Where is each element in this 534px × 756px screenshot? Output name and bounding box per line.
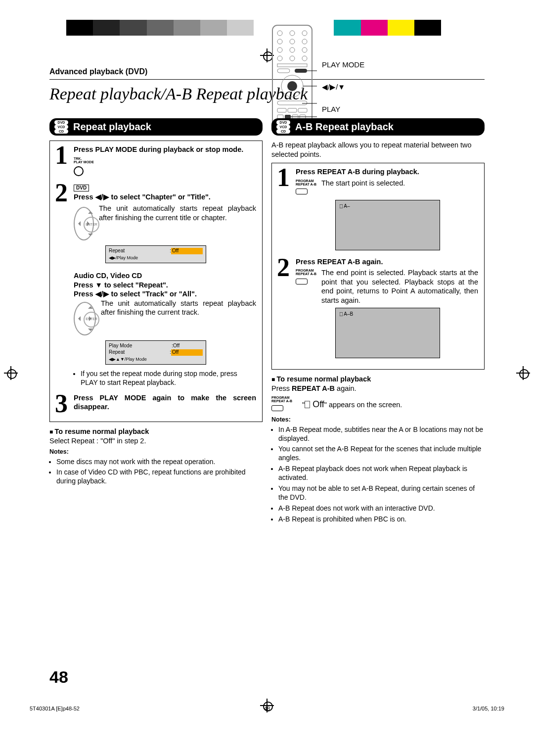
footer-right: 3/1/05, 10:19 [346, 706, 504, 711]
step1-header: Press PLAY MODE during playback or stop … [74, 145, 256, 154]
step-2-ab: 2 Press REPEAT A-B again. PROGRAM REPEAT… [277, 257, 478, 362]
svg-rect-19 [277, 108, 286, 112]
svg-point-10 [277, 56, 282, 61]
footer-left: 5T40301A [E]p48-52 [30, 706, 188, 711]
audiocd-body: The unit automatically starts repeat pla… [101, 299, 256, 317]
button-rect-icon [271, 405, 283, 411]
registration-mark-left [4, 366, 18, 382]
left-column: PLAY MODE ◀/▶/▼ PLAY REPEAT A-B DVD VCD … [49, 118, 263, 526]
badge-cd: CD [276, 129, 290, 134]
svg-point-2 [290, 31, 295, 36]
note-item: You cannot set the A-B Repeat for the sc… [278, 445, 485, 463]
notes-label-right: Notes: [271, 416, 485, 424]
badge-cd: CD [54, 129, 68, 134]
program-repeat-icon: PROGRAM REPEAT A-B [296, 269, 316, 276]
button-rect-icon [296, 189, 308, 194]
enter-button-icon: ENTER [84, 312, 99, 328]
note-item: A-B Repeat playback does not work when R… [278, 465, 485, 482]
notes-list-right: In A-B Repeat mode, subtitles near the A… [271, 425, 485, 524]
audiocd-header3: Press ◀/▶ to select "Track" or "All". [74, 289, 256, 299]
badge-vcd: VCD [54, 125, 68, 129]
badge-dvd: DVD [54, 120, 68, 125]
svg-point-7 [277, 47, 282, 52]
step2-body: The unit automatically starts repeat pla… [99, 204, 256, 222]
heading-repeat-playback: DVD VCD CD Repeat playback [49, 118, 263, 136]
resume-title: To resume normal playback [49, 427, 263, 436]
off-message: "⎕ Off" appears on the screen. [302, 399, 402, 410]
ab-step1-header: Press REPEAT A-B during playback. [296, 167, 478, 177]
manual-page: Advanced playback (DVD) Repeat playback/… [0, 0, 534, 756]
heading-text: A-B Repeat playback [295, 121, 394, 134]
step-number-3: 3 [55, 393, 71, 414]
trk-playmode-icon: TRK. PLAY MODE [74, 157, 94, 164]
program-repeat-icon: PROGRAM REPEAT A-B [296, 179, 316, 186]
svg-point-17 [287, 81, 297, 91]
note-item: You may not be able to set A-B Repeat, d… [278, 484, 485, 502]
ab-step1-body: The start point is selected. [321, 179, 405, 188]
step-number-1: 1 [55, 145, 71, 179]
svg-point-11 [290, 56, 295, 61]
osd-table-1: Repeat:Off ◀▶/Play Mode [105, 245, 206, 263]
svg-point-8 [290, 47, 295, 52]
svg-rect-18 [277, 101, 307, 105]
ab-step2-body: The end point is selected. Playback star… [321, 268, 478, 305]
enter-button-icon: ENTER [84, 217, 99, 233]
step-number-2: 2 [55, 183, 71, 389]
screen-preview-a: ⎕ A– [335, 200, 440, 250]
dpad-icon: ENTER [74, 207, 94, 240]
badge-dvd: DVD [276, 120, 290, 125]
svg-point-5 [290, 39, 295, 44]
step-1: 1 Press PLAY MODE during playback or sto… [55, 145, 256, 179]
svg-rect-14 [277, 69, 290, 73]
ab-intro: A-B repeat playback allows you to repeat… [271, 141, 485, 159]
heading-text: Repeat playback [73, 121, 151, 134]
dpad-icon: ENTER [74, 302, 96, 335]
ab-step2-header: Press REPEAT A-B again. [296, 257, 478, 267]
svg-point-1 [277, 31, 282, 36]
step2-note: If you set the repeat mode during stop m… [81, 370, 256, 387]
step-3: 3 Press PLAY MODE again to make the scre… [55, 393, 256, 414]
step-1-ab: 1 Press REPEAT A-B during playback. PROG… [277, 167, 478, 253]
svg-rect-13 [277, 64, 307, 67]
remote-label-play: PLAY [322, 104, 365, 114]
svg-point-3 [302, 31, 307, 36]
note-item: In A-B Repeat mode, subtitles near the A… [278, 425, 485, 443]
svg-point-4 [277, 39, 282, 44]
heading-ab-repeat: DVD VCD CD A-B Repeat playback [271, 118, 485, 136]
svg-point-6 [302, 39, 307, 44]
button-circle-icon [74, 166, 84, 176]
step3-header: Press PLAY MODE again to make the screen… [74, 393, 256, 412]
audiocd-header1: Audio CD, Video CD [74, 271, 256, 281]
osd-table-2: Play Mode:Off Repeat:Off ◀▶▲▼/Play Mode [105, 340, 206, 365]
audiocd-header2: Press ▼ to select "Repeat". [74, 281, 256, 290]
notes-label: Notes: [49, 448, 263, 456]
footer-mid: 48 [188, 706, 346, 711]
right-column: DVD VCD CD A-B Repeat playback A-B repea… [271, 118, 485, 526]
step2-header: Press ◀/▶ to select "Chapter" or "Title"… [74, 192, 256, 202]
button-rect-icon [296, 279, 308, 284]
screen-preview-ab: ⎕ A–B [335, 308, 440, 358]
resume-title-right: To resume normal playback [271, 375, 485, 384]
dvd-badge: DVD [74, 185, 89, 192]
note-item: Some discs may not work with the repeat … [56, 458, 263, 467]
step-number-1: 1 [277, 167, 293, 253]
badge-vcd: VCD [276, 125, 290, 129]
page-number: 48 [49, 667, 68, 687]
screen-tag-a: ⎕ A– [340, 203, 350, 210]
svg-point-12 [302, 56, 307, 61]
program-repeat-icon: PROGRAM REPEAT A-B [271, 396, 292, 403]
svg-rect-21 [298, 108, 307, 112]
remote-icon [267, 24, 317, 133]
resume-body-right: Press REPEAT A-B again. [271, 384, 485, 393]
step-number-2: 2 [277, 257, 293, 362]
svg-point-9 [302, 47, 307, 52]
remote-label-playmode: PLAY MODE [322, 60, 365, 69]
note-item: A-B Repeat is prohibited when PBC is on. [278, 515, 485, 524]
note-item: A-B Repeat does not work with an interac… [278, 504, 485, 513]
resume-body: Select Repeat : "Off" in step 2. [49, 436, 263, 446]
screen-tag-ab: ⎕ A–B [340, 311, 353, 318]
steps-box-left: 1 Press PLAY MODE during playback or sto… [49, 141, 263, 422]
svg-rect-20 [288, 108, 297, 112]
registration-mark-right [516, 366, 530, 382]
steps-box-right: 1 Press REPEAT A-B during playback. PROG… [271, 163, 485, 370]
